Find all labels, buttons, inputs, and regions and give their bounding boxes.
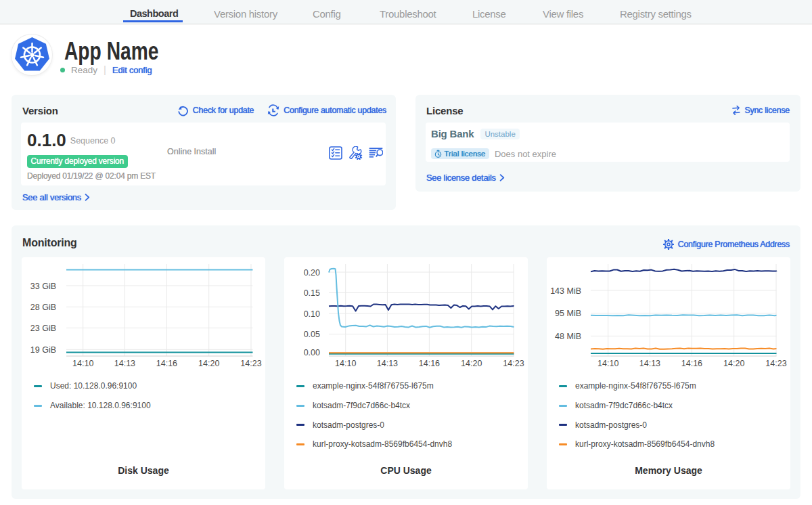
svg-text:28 GiB: 28 GiB (30, 303, 56, 312)
svg-text:95 MiB: 95 MiB (555, 309, 581, 318)
svg-text:0.10: 0.10 (304, 309, 320, 319)
svg-text:0.00: 0.00 (304, 348, 320, 357)
svg-text:14:16: 14:16 (419, 359, 440, 368)
svg-text:14:13: 14:13 (639, 359, 660, 368)
svg-text:0.20: 0.20 (304, 268, 320, 278)
svg-text:33 GiB: 33 GiB (30, 282, 56, 291)
svg-text:14:10: 14:10 (335, 359, 356, 368)
svg-text:143 MiB: 143 MiB (550, 286, 581, 296)
svg-text:14:10: 14:10 (72, 359, 93, 368)
svg-text:14:20: 14:20 (723, 359, 744, 368)
svg-text:14:23: 14:23 (765, 359, 786, 368)
svg-text:14:20: 14:20 (198, 359, 219, 368)
svg-text:14:13: 14:13 (377, 359, 398, 368)
svg-text:23 GiB: 23 GiB (30, 324, 56, 333)
svg-text:19 GiB: 19 GiB (30, 345, 56, 355)
svg-text:14:16: 14:16 (681, 359, 702, 368)
svg-text:48 MiB: 48 MiB (555, 332, 581, 341)
svg-text:14:23: 14:23 (240, 359, 261, 368)
svg-text:14:16: 14:16 (156, 359, 177, 368)
svg-text:14:10: 14:10 (597, 359, 618, 368)
svg-text:0.05: 0.05 (304, 330, 320, 339)
svg-text:0.15: 0.15 (304, 288, 320, 298)
svg-text:14:20: 14:20 (461, 359, 482, 368)
svg-text:14:13: 14:13 (114, 359, 135, 368)
svg-text:14:23: 14:23 (503, 359, 524, 368)
